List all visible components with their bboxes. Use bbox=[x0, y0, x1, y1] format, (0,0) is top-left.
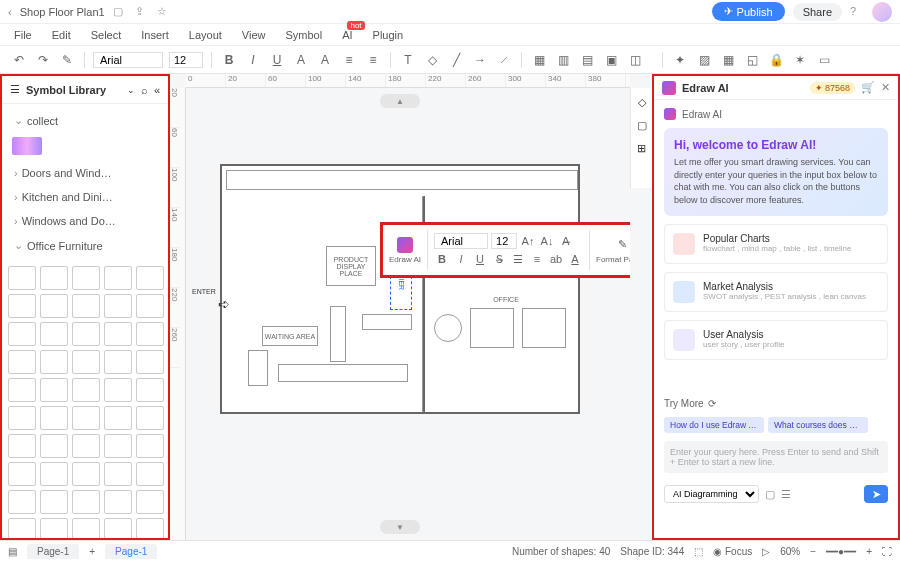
menu-symbol[interactable]: Symbol bbox=[285, 29, 322, 41]
zoom-level[interactable]: 60% bbox=[780, 546, 800, 557]
shape-item[interactable] bbox=[40, 518, 68, 538]
shape-item[interactable] bbox=[8, 406, 36, 430]
shape-item[interactable] bbox=[40, 378, 68, 402]
shape-item[interactable] bbox=[136, 490, 164, 514]
shape-item[interactable] bbox=[72, 322, 100, 346]
shape-item[interactable] bbox=[136, 294, 164, 318]
room-office[interactable]: OFFICE bbox=[484, 292, 528, 306]
edraw-ai-icon[interactable] bbox=[397, 237, 413, 253]
shape-item[interactable] bbox=[104, 378, 132, 402]
underline-icon[interactable]: U bbox=[268, 51, 286, 69]
fill-icon[interactable]: ◇ bbox=[423, 51, 441, 69]
publish-button[interactable]: ✈ Publish bbox=[712, 2, 785, 21]
shape-item[interactable] bbox=[8, 322, 36, 346]
shape-item[interactable] bbox=[40, 406, 68, 430]
menu-edit[interactable]: Edit bbox=[52, 29, 71, 41]
category-kitchen[interactable]: Kitchen and Dini… bbox=[2, 185, 168, 209]
shape-item[interactable] bbox=[104, 518, 132, 538]
scroll-down-button[interactable]: ▼ bbox=[380, 520, 420, 534]
ai-query-input[interactable]: Enter your query here. Press Enter to se… bbox=[664, 441, 888, 473]
zoom-out-button[interactable]: − bbox=[810, 546, 816, 557]
zoom-slider[interactable]: ━━●━━ bbox=[826, 546, 856, 557]
increase-font-icon[interactable]: A↑ bbox=[520, 233, 536, 249]
ai-mode-select[interactable]: AI Diagramming bbox=[664, 485, 759, 503]
shape-item[interactable] bbox=[72, 350, 100, 374]
shape-item[interactable] bbox=[72, 378, 100, 402]
font-size-select[interactable] bbox=[169, 52, 203, 68]
shape-item[interactable] bbox=[40, 350, 68, 374]
shape-item[interactable] bbox=[104, 434, 132, 458]
search-icon[interactable]: ⌕ bbox=[141, 84, 148, 96]
page-tab-active[interactable]: Page-1 bbox=[105, 544, 157, 559]
text-icon[interactable]: T bbox=[399, 51, 417, 69]
room-waiting[interactable]: WAITING AREA bbox=[262, 326, 318, 346]
shape-item[interactable] bbox=[40, 490, 68, 514]
card-user-analysis[interactable]: User Analysisuser story , user profile bbox=[664, 320, 888, 360]
format-tab-icon[interactable]: ◇ bbox=[638, 96, 646, 109]
share-button[interactable]: Share bbox=[793, 3, 842, 21]
shape-item[interactable] bbox=[104, 294, 132, 318]
group-icon[interactable]: ▦ bbox=[530, 51, 548, 69]
menu-select[interactable]: Select bbox=[91, 29, 122, 41]
refresh-icon[interactable]: ⟳ bbox=[708, 398, 716, 409]
line-icon[interactable]: ╱ bbox=[447, 51, 465, 69]
shape-item[interactable] bbox=[8, 462, 36, 486]
menu-file[interactable]: File bbox=[14, 29, 32, 41]
theme-tab-icon[interactable]: ▢ bbox=[637, 119, 647, 132]
shape-item[interactable] bbox=[8, 490, 36, 514]
suggestion-chip[interactable]: What courses does Edraw … bbox=[768, 417, 868, 433]
chevron-down-icon[interactable]: ⌄ bbox=[127, 85, 135, 95]
canvas[interactable]: 02060100140180220260300340380 2060100140… bbox=[170, 74, 630, 540]
export-icon[interactable]: ⇪ bbox=[135, 5, 149, 19]
shape-item[interactable] bbox=[104, 490, 132, 514]
add-page-button[interactable]: + bbox=[89, 546, 95, 557]
float-font-select[interactable] bbox=[434, 233, 488, 249]
float-size-select[interactable] bbox=[491, 233, 517, 249]
underline-icon[interactable]: U bbox=[472, 251, 488, 267]
decrease-font-icon[interactable]: A↓ bbox=[539, 233, 555, 249]
clear-format-icon[interactable]: A̶ bbox=[558, 233, 574, 249]
align-icon[interactable]: ≡ bbox=[340, 51, 358, 69]
menu-insert[interactable]: Insert bbox=[141, 29, 169, 41]
shape-item[interactable] bbox=[72, 434, 100, 458]
page-tab[interactable]: Page-1 bbox=[27, 544, 79, 559]
fullscreen-icon[interactable]: ⛶ bbox=[882, 546, 892, 557]
menu-plugin[interactable]: Plugin bbox=[373, 29, 404, 41]
shape-item[interactable] bbox=[40, 294, 68, 318]
shape-item[interactable] bbox=[40, 462, 68, 486]
shape-item[interactable] bbox=[40, 434, 68, 458]
shape-item[interactable] bbox=[136, 322, 164, 346]
scroll-up-button[interactable]: ▲ bbox=[380, 94, 420, 108]
user-avatar[interactable] bbox=[872, 2, 892, 22]
collect-thumbnail[interactable] bbox=[12, 137, 42, 155]
distribute-icon[interactable]: ▤ bbox=[578, 51, 596, 69]
shape-item[interactable] bbox=[72, 490, 100, 514]
focus-toggle[interactable]: ◉ Focus bbox=[713, 546, 752, 557]
italic-icon[interactable]: I bbox=[244, 51, 262, 69]
brush-icon[interactable]: ✎ bbox=[58, 51, 76, 69]
shape-item[interactable] bbox=[8, 378, 36, 402]
attach-icon[interactable]: ▢ bbox=[765, 488, 775, 501]
card-market-analysis[interactable]: Market AnalysisSWOT analysis , PEST anal… bbox=[664, 272, 888, 312]
lock-icon[interactable]: 🔒 bbox=[767, 51, 785, 69]
history-icon[interactable]: ☰ bbox=[781, 488, 791, 501]
shape-item[interactable] bbox=[8, 266, 36, 290]
shape-item[interactable] bbox=[136, 378, 164, 402]
shape-item[interactable] bbox=[136, 434, 164, 458]
bullet-list-icon[interactable]: ☰ bbox=[510, 251, 526, 267]
bold-icon[interactable]: B bbox=[220, 51, 238, 69]
shape-item[interactable] bbox=[72, 518, 100, 538]
category-collect[interactable]: collect bbox=[2, 108, 168, 133]
shape-item[interactable] bbox=[8, 518, 36, 538]
chart-icon[interactable]: ◱ bbox=[743, 51, 761, 69]
suggestion-chip[interactable]: How do I use Edraw AI for … bbox=[664, 417, 764, 433]
collapse-icon[interactable]: « bbox=[154, 84, 160, 96]
send-button[interactable]: ➤ bbox=[864, 485, 888, 503]
shape-item[interactable] bbox=[104, 406, 132, 430]
zoom-in-button[interactable]: + bbox=[866, 546, 872, 557]
close-icon[interactable]: ✕ bbox=[881, 81, 890, 94]
connector-icon[interactable]: ⟋ bbox=[495, 51, 513, 69]
cart-icon[interactable]: 🛒 bbox=[861, 81, 875, 94]
pages-icon[interactable]: ▤ bbox=[8, 546, 17, 557]
shape-item[interactable] bbox=[136, 266, 164, 290]
